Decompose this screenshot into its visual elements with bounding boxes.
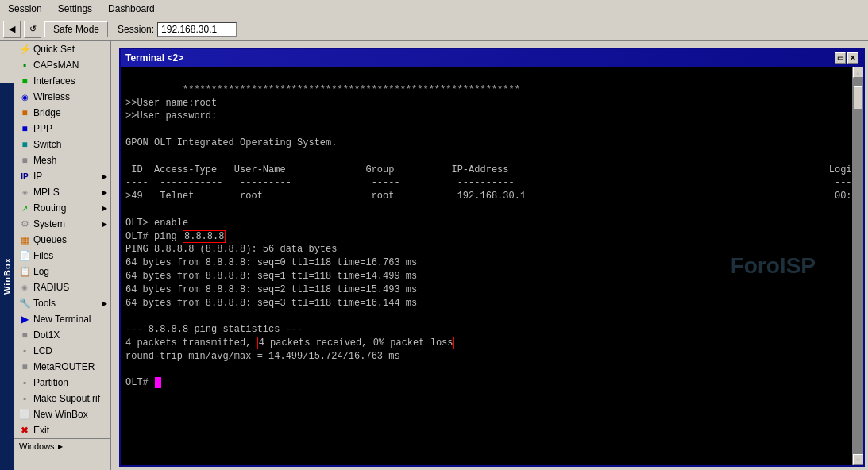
sidebar-label-bridge: Bridge (33, 107, 61, 118)
sidebar-content: ⚡ Quick Set ▪ CAPsMAN ■ Interfaces ◉ Wir… (14, 41, 110, 453)
partition-icon: ▪ (19, 377, 30, 388)
routing-icon: ↗ (19, 202, 30, 214)
terminal-title: Terminal <2> (125, 52, 183, 64)
session-input[interactable] (157, 22, 237, 37)
tools-icon: 🔧 (19, 298, 30, 309)
log-icon: 📋 (19, 266, 30, 277)
terminal-body[interactable]: ****************************************… (121, 67, 863, 465)
scrollbar-up-button[interactable]: ▲ (853, 67, 864, 78)
scrollbar-thumb[interactable] (854, 86, 862, 110)
sidebar-item-lcd[interactable]: ▪ LCD (14, 343, 110, 359)
sidebar-item-new-terminal[interactable]: ▶ New Terminal (14, 311, 110, 327)
quick-set-icon: ⚡ (19, 44, 30, 55)
terminal-window: Terminal <2> ▭ ✕ ***********************… (119, 48, 865, 467)
terminal-text: ****************************************… (121, 67, 852, 465)
back-button[interactable]: ◀ (3, 21, 21, 38)
sidebar-item-log[interactable]: 📋 Log (14, 264, 110, 279)
terminal-ping-line2: 64 bytes from 8.8.8.8: seq=1 ttl=118 tim… (125, 271, 417, 282)
sidebar-item-mpls[interactable]: ◈ MPLS (14, 184, 110, 200)
menu-dashboard[interactable]: Dashboard (103, 2, 160, 16)
radius-icon: ◉ (19, 282, 30, 293)
sidebar-item-partition[interactable]: ▪ Partition (14, 375, 110, 391)
terminal-ping-ip: 8.8.8.8 (183, 230, 226, 243)
refresh-button[interactable]: ↺ (24, 21, 41, 38)
sidebar-label-lcd: LCD (33, 345, 52, 356)
switch-icon: ■ (19, 139, 30, 150)
scrollbar-down-button[interactable]: ▼ (853, 454, 864, 465)
menu-session[interactable]: Session (3, 2, 47, 16)
terminal-dots: ****************************************… (183, 84, 520, 95)
sidebar-label-make-supout: Make Supout.rif (33, 393, 100, 404)
terminal-ping-line4: 64 bytes from 8.8.8.8: seq=3 ttl=118 tim… (125, 298, 417, 309)
sidebar-item-files[interactable]: 📄 Files (14, 248, 110, 264)
sidebar-item-routing[interactable]: ↗ Routing (14, 200, 110, 216)
terminal-ping-cmd: OLT# ping 8.8.8.8 (125, 230, 226, 243)
toolbar: ◀ ↺ Safe Mode Session: (0, 17, 868, 41)
terminal-restore-button[interactable]: ▭ (835, 52, 846, 64)
sidebar-item-dot1x[interactable]: ■ Dot1X (14, 327, 110, 343)
sidebar-label-ppp: PPP (33, 123, 52, 134)
sidebar-label-switch: Switch (33, 139, 61, 150)
sidebar-label-mesh: Mesh (33, 155, 56, 166)
terminal-table-row: >49 Telnet root root 192.168.30.1 00:00:… (125, 191, 852, 202)
sidebar-label-log: Log (33, 266, 49, 277)
sidebar-label-dot1x: Dot1X (33, 329, 60, 341)
scrollbar-track[interactable] (853, 78, 863, 454)
terminal-password: >>User password: (125, 110, 217, 121)
sidebar-item-ppp[interactable]: ■ PPP (14, 121, 110, 137)
metarouter-icon: ■ (19, 361, 30, 372)
sidebar-label-exit: Exit (33, 425, 49, 436)
capsman-icon: ▪ (19, 60, 30, 71)
terminal-ping-line1: 64 bytes from 8.8.8.8: seq=0 ttl=118 tim… (125, 257, 417, 268)
sidebar-item-tools[interactable]: 🔧 Tools (14, 295, 110, 311)
menubar: Session Settings Dashboard (0, 0, 868, 17)
sidebar-label-system: System (33, 218, 65, 229)
sidebar-label-routing: Routing (33, 202, 66, 214)
sidebar-label-tools: Tools (33, 298, 56, 309)
sidebar-label-ip: IP (33, 171, 42, 182)
sidebar-item-metarouter[interactable]: ■ MetaROUTER (14, 359, 110, 375)
sidebar-item-queues[interactable]: ▦ Queues (14, 232, 110, 248)
mesh-icon: ■ (19, 155, 30, 166)
wireless-icon: ◉ (19, 91, 30, 102)
menu-settings[interactable]: Settings (53, 2, 97, 16)
content-area: Terminal <2> ▭ ✕ ***********************… (111, 41, 868, 470)
sidebar-item-wireless[interactable]: ◉ Wireless (14, 89, 110, 105)
sidebar-item-exit[interactable]: ✖ Exit (14, 422, 110, 438)
sidebar-label-queues: Queues (33, 234, 67, 245)
sidebar-item-bridge[interactable]: ■ Bridge (14, 105, 110, 121)
sidebar-label-mpls: MPLS (33, 187, 60, 198)
sidebar-label-files: Files (33, 250, 53, 261)
terminal-scrollbar[interactable]: ▲ ▼ (852, 67, 863, 465)
exit-icon: ✖ (19, 425, 30, 436)
mpls-icon: ◈ (19, 187, 30, 198)
sidebar-item-switch[interactable]: ■ Switch (14, 137, 110, 152)
ppp-icon: ■ (19, 123, 30, 134)
lcd-icon: ▪ (19, 345, 30, 356)
sidebar-item-mesh[interactable]: ■ Mesh (14, 152, 110, 168)
sidebar-label-metarouter: MetaROUTER (33, 361, 95, 372)
terminal-stats-header: --- 8.8.8.8 ping statistics --- (125, 324, 303, 335)
session-label: Session: (118, 24, 154, 35)
terminal-username: >>User name:root (125, 98, 217, 109)
sidebar-item-ip[interactable]: IP IP (14, 168, 110, 184)
terminal-titlebar: Terminal <2> ▭ ✕ (121, 49, 863, 67)
sidebar-label-wireless: Wireless (33, 91, 70, 102)
sidebar-item-interfaces[interactable]: ■ Interfaces (14, 73, 110, 89)
sidebar-item-radius[interactable]: ◉ RADIUS (14, 279, 110, 295)
safe-mode-button[interactable]: Safe Mode (44, 21, 108, 37)
sidebar-label-radius: RADIUS (33, 282, 69, 293)
sidebar-item-make-supout[interactable]: ▪ Make Supout.rif (14, 391, 110, 406)
terminal-title-buttons: ▭ ✕ (835, 52, 858, 64)
sidebar: WinBox ⚡ Quick Set ▪ CAPsMAN ■ Interface… (0, 41, 111, 470)
sidebar-item-new-winbox[interactable]: ⬜ New WinBox (14, 406, 110, 422)
sidebar-label-quick-set: Quick Set (33, 44, 75, 55)
terminal-stats-highlight: 4 packets received, 0% packet loss (257, 337, 455, 349)
ip-icon: IP (19, 171, 30, 182)
sidebar-item-quick-set[interactable]: ⚡ Quick Set (14, 41, 110, 57)
terminal-system-name: GPON OLT Integrated Operating System. (125, 137, 337, 148)
sidebar-item-system[interactable]: ⚙ System (14, 216, 110, 232)
terminal-close-button[interactable]: ✕ (847, 52, 858, 64)
sidebar-label-partition: Partition (33, 377, 68, 388)
sidebar-item-capsman[interactable]: ▪ CAPsMAN (14, 57, 110, 73)
